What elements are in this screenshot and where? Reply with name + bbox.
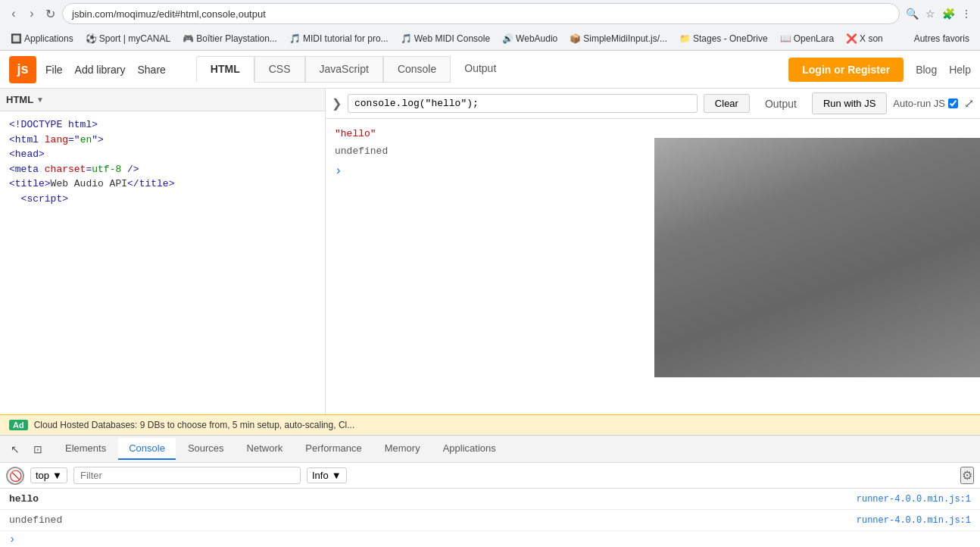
address-bar[interactable]: jsbin.com/moqimuz/edit#html,console,outp… (62, 3, 900, 24)
console-prompt-chevron[interactable]: › (335, 164, 342, 178)
tab-html[interactable]: HTML (196, 56, 254, 83)
app-logo: js (9, 56, 36, 83)
share-btn[interactable]: Share (137, 64, 165, 76)
devtools-row-link[interactable]: runner-4.0.0.min.js:1 (857, 515, 971, 526)
code-panel: HTML ▼ <!DOCTYPE html> <html lang="en"> … (0, 89, 326, 414)
devtools-row-link[interactable]: runner-4.0.0.min.js:1 (857, 494, 971, 505)
forward-button[interactable]: › (24, 6, 39, 21)
autorun-checkbox[interactable] (948, 98, 958, 108)
code-editor[interactable]: <!DOCTYPE html> <html lang="en"> <head> … (0, 111, 325, 414)
devtools-cursor-icon[interactable]: ↖ (6, 440, 24, 458)
devtools-hello-value: hello (9, 493, 857, 505)
devtools-panel: ↖ ⊡ Elements Console Sources Network Per… (0, 435, 980, 547)
bookmark-icon: 🔲 (11, 33, 22, 44)
bookmark-icon: ❌ (846, 33, 857, 44)
devtools-settings-button[interactable]: ⚙ (960, 467, 974, 484)
ad-label: Ad (9, 420, 28, 430)
context-selector[interactable]: top ▼ (30, 467, 67, 483)
editor-tabs: HTML CSS JavaScript Console Output (196, 56, 510, 83)
main-content: HTML ▼ <!DOCTYPE html> <html lang="en"> … (0, 89, 980, 414)
head-tag: <head> (9, 148, 45, 160)
bookmark-onedrive[interactable]: 📁 Stages - OneDrive (675, 32, 772, 45)
bookmark-label: Sport | myCANAL (99, 33, 170, 44)
meta-tag: <meta charset=utf-8 /> (9, 164, 139, 175)
bookmark-icon: 📁 (679, 33, 691, 44)
extensions-icon[interactable]: 🧩 (941, 6, 956, 21)
bookmark-simplemidi[interactable]: 📦 SimpleMidiInput.js/... (565, 32, 672, 45)
console-prompt-icon[interactable]: ❯ (332, 96, 342, 111)
info-dropdown-icon: ▼ (332, 470, 342, 481)
bookmark-midi-tutorial[interactable]: 🎵 MIDI tutorial for pro... (285, 32, 393, 45)
context-dropdown-icon: ▼ (52, 470, 62, 481)
devtools-tab-memory[interactable]: Memory (374, 438, 431, 460)
devtools-responsive-icon[interactable]: ⊡ (29, 440, 47, 458)
tab-javascript[interactable]: JavaScript (305, 56, 383, 83)
search-icon[interactable]: 🔍 (904, 6, 919, 21)
code-panel-header: HTML ▼ (0, 89, 325, 111)
editor-actions: File Add library Share (45, 64, 166, 76)
editor-topbar: js File Add library Share HTML CSS JavaS… (0, 51, 980, 89)
add-library-btn[interactable]: Add library (75, 64, 126, 76)
bookmark-openlara[interactable]: 📖 OpenLara (776, 32, 838, 45)
devtools-tab-applications[interactable]: Applications (432, 438, 507, 460)
console-input-bar: ❯ Clear Output Run with JS Auto-run JS ⤢ (326, 89, 980, 119)
bookmark-label: Web MIDI Console (414, 33, 490, 44)
title-tag: <title>Web Audio API</title> (9, 178, 174, 189)
back-button[interactable]: ‹ (6, 6, 21, 21)
run-with-js-button[interactable]: Run with JS (812, 92, 887, 114)
devtools-input-chevron[interactable]: › (0, 531, 980, 547)
tab-css[interactable]: CSS (254, 56, 305, 83)
browser-toolbar: ‹ › ↻ jsbin.com/moqimuz/edit#html,consol… (0, 0, 980, 27)
devtools-tab-elements[interactable]: Elements (55, 438, 117, 460)
toolbar-icons: 🔍 ☆ 🧩 ⋮ (904, 6, 974, 21)
bookmark-playstation[interactable]: 🎮 Boîtier Playstation... (178, 32, 282, 45)
bookmark-label: OpenLara (794, 33, 834, 44)
info-level-value: Info (312, 470, 329, 481)
bookmark-webaudio[interactable]: 🔊 WebAudio (498, 32, 562, 45)
star-icon[interactable]: ☆ (922, 6, 938, 21)
blog-link[interactable]: Blog (916, 64, 937, 76)
nav-buttons: ‹ › ↻ (6, 6, 58, 21)
bookmark-sport[interactable]: ⚽ Sport | myCANAL (81, 32, 175, 45)
more-icon[interactable]: ⋮ (959, 6, 974, 21)
login-register-button[interactable]: Login or Register (788, 58, 904, 82)
devtools-tab-performance[interactable]: Performance (295, 438, 372, 460)
devtools-toolbar: 🚫 top ▼ Info ▼ ⚙ (0, 463, 980, 489)
bookmark-midi-console[interactable]: 🎵 Web MIDI Console (396, 32, 495, 45)
devtools-tab-network[interactable]: Network (236, 438, 294, 460)
bookmark-icon: 🎵 (401, 33, 412, 44)
filter-input[interactable] (73, 467, 301, 484)
file-menu[interactable]: File (45, 64, 63, 76)
tab-output[interactable]: Output (451, 56, 510, 83)
console-string-value: "hello" (335, 128, 376, 139)
bookmark-label: X son (860, 33, 883, 44)
devtools-output: hello runner-4.0.0.min.js:1 undefined ru… (0, 489, 980, 547)
tab-console[interactable]: Console (383, 56, 451, 83)
ad-text: Cloud Hosted Databases: 9 DBs to choose … (34, 420, 355, 430)
script-tag: <script> (9, 193, 68, 205)
clear-button[interactable]: Clear (704, 94, 750, 113)
more-bookmarks[interactable]: Autres favoris (910, 32, 974, 45)
devtools-undefined-value: undefined (9, 514, 857, 526)
ad-banner: Ad Cloud Hosted Databases: 9 DBs to choo… (0, 414, 980, 435)
help-link[interactable]: Help (949, 64, 971, 76)
expand-button[interactable]: ⤢ (964, 96, 974, 111)
autorun-text: Auto-run JS (893, 98, 945, 109)
devtools-tab-sources[interactable]: Sources (177, 438, 235, 460)
code-line: <head> (9, 147, 316, 162)
video-overlay (654, 138, 980, 377)
info-level-selector[interactable]: Info ▼ (307, 467, 347, 483)
doctype-tag: <!DOCTYPE html> (9, 119, 98, 130)
bookmark-label: Boîtier Playstation... (196, 33, 277, 44)
bookmark-label: Stages - OneDrive (693, 33, 768, 44)
console-input[interactable] (348, 94, 698, 113)
bookmark-icon: 🔊 (502, 33, 513, 44)
bookmark-applications[interactable]: 🔲 Applications (6, 32, 78, 45)
bookmark-xson[interactable]: ❌ X son (841, 32, 888, 45)
reload-button[interactable]: ↻ (42, 6, 58, 21)
console-undefined-value: undefined (335, 145, 388, 157)
no-errors-button[interactable]: 🚫 (6, 467, 24, 485)
devtools-tab-console[interactable]: Console (118, 438, 176, 460)
code-line: <meta charset=utf-8 /> (9, 162, 316, 177)
panel-language-label[interactable]: HTML (6, 94, 33, 105)
